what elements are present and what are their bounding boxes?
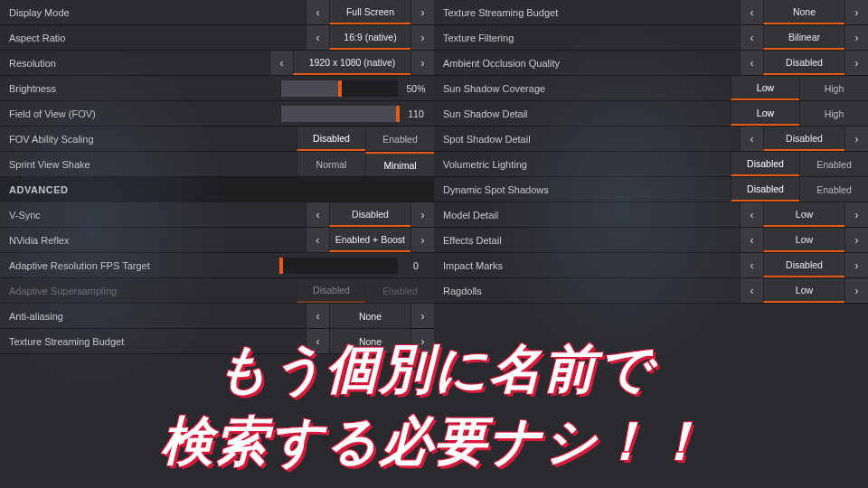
chevron-right-icon[interactable]: › bbox=[844, 202, 868, 227]
chevron-right-icon[interactable]: › bbox=[844, 25, 868, 50]
option-high[interactable]: High bbox=[799, 76, 868, 100]
chevron-left-icon[interactable]: ‹ bbox=[306, 0, 329, 24]
chevron-right-icon[interactable]: › bbox=[844, 278, 868, 303]
slider-track[interactable] bbox=[280, 106, 398, 122]
setting-value[interactable]: Low bbox=[763, 228, 844, 252]
chevron-left-icon[interactable]: ‹ bbox=[740, 202, 763, 227]
setting-label: ADVANCED bbox=[9, 184, 434, 195]
option-enabled[interactable]: Enabled bbox=[799, 152, 868, 176]
settings-column-left: Display Mode‹Full Screen›Aspect Ratio‹16… bbox=[0, 0, 434, 488]
option-disabled[interactable]: Disabled bbox=[297, 278, 365, 303]
slider-handle[interactable] bbox=[338, 80, 342, 97]
setting-label: Texture Streaming Budget bbox=[443, 7, 740, 18]
option-disabled[interactable]: Disabled bbox=[731, 152, 799, 176]
chevron-right-icon[interactable]: › bbox=[410, 0, 434, 24]
option-disabled[interactable]: Disabled bbox=[297, 127, 365, 151]
chevron-left-icon[interactable]: ‹ bbox=[306, 329, 329, 353]
setting-row-texture-streaming-budget: Texture Streaming Budget‹None› bbox=[434, 0, 868, 25]
chevron-left-icon[interactable]: ‹ bbox=[740, 0, 763, 24]
setting-label: Display Mode bbox=[9, 7, 306, 18]
option-enabled[interactable]: Enabled bbox=[365, 278, 434, 303]
setting-row-aspect-ratio: Aspect Ratio‹16:9 (native)› bbox=[0, 25, 434, 51]
setting-value[interactable]: Enabled + Boost bbox=[329, 228, 410, 252]
chevron-left-icon[interactable]: ‹ bbox=[740, 51, 763, 75]
chevron-right-icon[interactable]: › bbox=[844, 228, 868, 252]
setting-value[interactable]: Low bbox=[763, 278, 844, 303]
setting-label: Texture Filtering bbox=[443, 33, 740, 43]
chevron-left-icon[interactable]: ‹ bbox=[740, 253, 763, 277]
slider-readout: 0 bbox=[398, 253, 434, 277]
setting-row-field-of-view-fov-: Field of View (FOV)110 bbox=[0, 101, 434, 127]
setting-value[interactable]: Disabled bbox=[763, 127, 844, 151]
setting-row-spot-shadow-detail: Spot Shadow Detail‹Disabled› bbox=[434, 127, 868, 152]
setting-row-dynamic-spot-shadows: Dynamic Spot ShadowsDisabledEnabled bbox=[434, 177, 868, 202]
chevron-left-icon[interactable]: ‹ bbox=[740, 228, 763, 252]
slider-handle[interactable] bbox=[279, 258, 283, 274]
option-disabled[interactable]: Disabled bbox=[731, 177, 799, 202]
chevron-right-icon[interactable]: › bbox=[410, 228, 434, 252]
setting-label: Volumetric Lighting bbox=[443, 159, 731, 170]
option-minimal[interactable]: Minimal bbox=[365, 152, 434, 176]
setting-row-model-detail: Model Detail‹Low› bbox=[434, 202, 868, 228]
option-enabled[interactable]: Enabled bbox=[799, 177, 868, 202]
setting-row-fov-ability-scaling: FOV Ability ScalingDisabledEnabled bbox=[0, 127, 434, 152]
setting-label: Sprint View Shake bbox=[9, 159, 297, 170]
slider-readout: 110 bbox=[398, 101, 434, 126]
setting-value[interactable]: 1920 x 1080 (native) bbox=[293, 51, 410, 75]
setting-value[interactable]: Full Screen bbox=[329, 0, 410, 24]
setting-row-anti-aliasing: Anti-aliasing‹None› bbox=[0, 304, 434, 329]
chevron-right-icon[interactable]: › bbox=[844, 0, 868, 24]
chevron-right-icon[interactable]: › bbox=[410, 304, 434, 328]
setting-value[interactable]: Low bbox=[763, 202, 844, 227]
setting-value[interactable]: None bbox=[329, 329, 410, 353]
chevron-right-icon[interactable]: › bbox=[844, 51, 868, 75]
setting-row-nvidia-reflex: NVidia Reflex‹Enabled + Boost› bbox=[0, 228, 434, 253]
setting-value[interactable]: Disabled bbox=[763, 51, 844, 75]
slider-readout: 50% bbox=[398, 76, 434, 100]
option-high[interactable]: High bbox=[799, 101, 868, 126]
chevron-left-icon[interactable]: ‹ bbox=[740, 278, 763, 303]
setting-label: Dynamic Spot Shadows bbox=[443, 184, 731, 195]
setting-label: Adaptive Resolution FPS Target bbox=[9, 260, 280, 271]
chevron-right-icon[interactable]: › bbox=[844, 253, 868, 277]
setting-row-sun-shadow-detail: Sun Shadow DetailLowHigh bbox=[434, 101, 868, 127]
chevron-left-icon[interactable]: ‹ bbox=[306, 304, 329, 328]
setting-label: Field of View (FOV) bbox=[9, 108, 280, 119]
setting-label: Texture Streaming Budget bbox=[9, 336, 306, 347]
chevron-right-icon[interactable]: › bbox=[844, 127, 868, 151]
chevron-right-icon[interactable]: › bbox=[410, 25, 434, 50]
setting-label: Brightness bbox=[9, 83, 280, 94]
chevron-left-icon[interactable]: ‹ bbox=[269, 51, 293, 75]
setting-label: Aspect Ratio bbox=[9, 33, 306, 43]
setting-label: NVidia Reflex bbox=[9, 235, 306, 246]
chevron-left-icon[interactable]: ‹ bbox=[306, 228, 329, 252]
slider-track[interactable] bbox=[280, 258, 398, 274]
setting-value[interactable]: Bilinear bbox=[763, 25, 844, 50]
chevron-left-icon[interactable]: ‹ bbox=[740, 127, 763, 151]
setting-label: Anti-aliasing bbox=[9, 311, 306, 322]
setting-label: Impact Marks bbox=[443, 260, 740, 271]
chevron-right-icon[interactable]: › bbox=[410, 202, 434, 227]
option-normal[interactable]: Normal bbox=[297, 152, 365, 176]
chevron-right-icon[interactable]: › bbox=[410, 329, 434, 353]
setting-value[interactable]: None bbox=[763, 0, 844, 24]
setting-value[interactable]: 16:9 (native) bbox=[329, 25, 410, 50]
setting-row-brightness: Brightness50% bbox=[0, 76, 434, 101]
setting-row-ambient-occlusion-quality: Ambient Occlusion Quality‹Disabled› bbox=[434, 51, 868, 76]
setting-value[interactable]: Disabled bbox=[329, 202, 410, 227]
setting-row-adaptive-resolution-fps-target: Adaptive Resolution FPS Target0 bbox=[0, 253, 434, 278]
chevron-left-icon[interactable]: ‹ bbox=[740, 25, 763, 50]
setting-label: Spot Shadow Detail bbox=[443, 134, 740, 145]
chevron-left-icon[interactable]: ‹ bbox=[306, 202, 329, 227]
chevron-left-icon[interactable]: ‹ bbox=[306, 25, 329, 50]
slider-handle[interactable] bbox=[396, 106, 400, 122]
setting-value[interactable]: None bbox=[329, 304, 410, 328]
slider-track[interactable] bbox=[280, 80, 398, 97]
chevron-right-icon[interactable]: › bbox=[410, 51, 434, 75]
option-low[interactable]: Low bbox=[731, 76, 799, 100]
option-enabled[interactable]: Enabled bbox=[365, 127, 434, 151]
setting-value[interactable]: Disabled bbox=[763, 253, 844, 277]
setting-row-resolution: Resolution‹1920 x 1080 (native)› bbox=[0, 51, 434, 76]
setting-label: Sun Shadow Detail bbox=[443, 108, 731, 119]
option-low[interactable]: Low bbox=[731, 101, 799, 126]
